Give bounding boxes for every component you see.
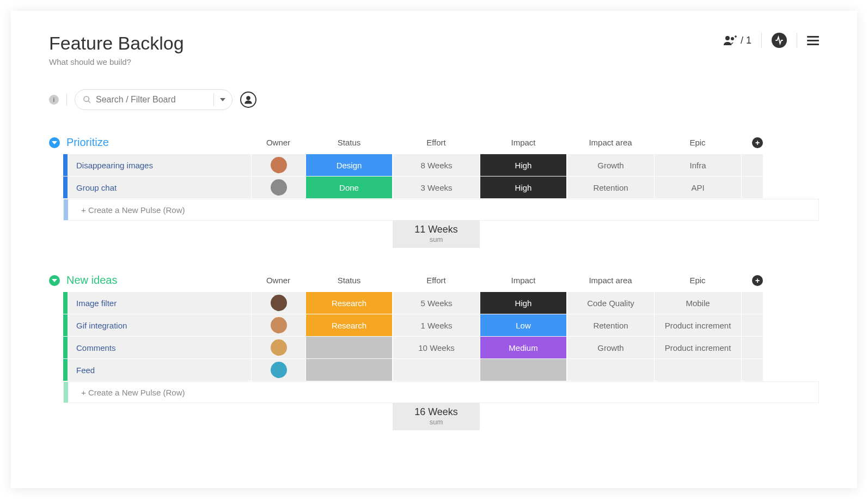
- effort-cell[interactable]: 1 Weeks: [393, 314, 480, 336]
- group-title[interactable]: Prioritize: [63, 136, 251, 149]
- activity-button[interactable]: [772, 33, 787, 48]
- status-cell[interactable]: [306, 337, 392, 358]
- impact-cell[interactable]: Low: [480, 314, 566, 336]
- table-row[interactable]: Comments 10 Weeks Medium Growth Product …: [63, 337, 819, 358]
- column-header: Impact: [480, 276, 567, 285]
- effort-cell[interactable]: 3 Weeks: [393, 177, 480, 198]
- row-stripe: [64, 199, 68, 220]
- table-row[interactable]: Disappearing images Design 8 Weeks High …: [63, 154, 819, 176]
- pulse-name[interactable]: Disappearing images: [68, 154, 251, 176]
- profile-filter-button[interactable]: [240, 92, 256, 108]
- status-cell[interactable]: Research: [306, 314, 392, 336]
- column-header: Status: [305, 276, 393, 285]
- chevron-down-icon: [52, 141, 57, 144]
- people-plus-icon: [723, 35, 737, 46]
- row-tail: [741, 177, 763, 198]
- effort-cell[interactable]: 8 Weeks: [393, 154, 480, 176]
- pulse-name[interactable]: Comments: [68, 337, 251, 358]
- activity-icon: [774, 35, 784, 45]
- column-header: Effort: [393, 276, 480, 285]
- impact-area-cell[interactable]: Code Quality: [567, 292, 654, 314]
- divider: [66, 94, 67, 106]
- group-title[interactable]: New ideas: [63, 274, 251, 287]
- add-column-button[interactable]: +: [752, 137, 763, 148]
- row-stripe: [63, 337, 68, 358]
- effort-cell[interactable]: 5 Weeks: [393, 292, 480, 314]
- pulse-name[interactable]: Group chat: [68, 177, 251, 198]
- new-pulse-row[interactable]: + Create a New Pulse (Row): [63, 381, 819, 403]
- avatar: [271, 179, 287, 196]
- collapse-button[interactable]: [49, 137, 60, 148]
- svg-point-1: [731, 37, 734, 40]
- person-icon: [243, 95, 253, 105]
- people-button[interactable]: / 1: [723, 35, 751, 46]
- new-pulse-row[interactable]: + Create a New Pulse (Row): [63, 199, 819, 221]
- menu-button[interactable]: [807, 36, 819, 45]
- row-stripe: [63, 154, 68, 176]
- status-cell[interactable]: [306, 359, 392, 381]
- summary-label: sum: [393, 235, 480, 244]
- impact-cell[interactable]: High: [480, 292, 566, 314]
- epic-cell[interactable]: Product increment: [654, 337, 741, 358]
- table-row[interactable]: Image filter Research 5 Weeks High Code …: [63, 292, 819, 314]
- summary-value: 11 Weeks: [393, 224, 480, 235]
- impact-area-cell[interactable]: Retention: [567, 314, 654, 336]
- people-count-label: / 1: [741, 35, 751, 46]
- pulse-name[interactable]: Gif integration: [68, 314, 251, 336]
- status-cell[interactable]: Design: [306, 154, 392, 176]
- status-cell[interactable]: Research: [306, 292, 392, 314]
- summary-label: sum: [393, 418, 480, 426]
- effort-cell[interactable]: 10 Weeks: [393, 337, 480, 358]
- divider: [797, 33, 797, 48]
- column-header: Owner: [251, 276, 305, 285]
- impact-area-cell[interactable]: Retention: [567, 177, 654, 198]
- row-tail: [741, 314, 763, 336]
- avatar: [271, 295, 287, 311]
- summary-value: 16 Weeks: [393, 406, 480, 418]
- owner-cell[interactable]: [251, 177, 305, 198]
- impact-area-cell[interactable]: [567, 359, 654, 381]
- search-box[interactable]: [75, 89, 233, 110]
- effort-cell[interactable]: [393, 359, 480, 381]
- owner-cell[interactable]: [251, 359, 305, 381]
- avatar: [271, 339, 287, 356]
- impact-cell[interactable]: [480, 359, 566, 381]
- column-header: Impact area: [567, 276, 654, 285]
- owner-cell[interactable]: [251, 292, 305, 314]
- impact-cell[interactable]: High: [480, 177, 566, 198]
- status-cell[interactable]: Done: [306, 177, 392, 198]
- owner-cell[interactable]: [251, 154, 305, 176]
- search-dropdown[interactable]: [213, 93, 227, 106]
- impact-area-cell[interactable]: Growth: [567, 154, 654, 176]
- add-column-button[interactable]: +: [752, 275, 763, 286]
- chevron-down-icon: [220, 98, 225, 101]
- collapse-button[interactable]: [49, 275, 60, 286]
- owner-cell[interactable]: [251, 314, 305, 336]
- column-header: Impact area: [567, 138, 654, 147]
- new-pulse-label: + Create a New Pulse (Row): [68, 382, 818, 403]
- epic-cell[interactable]: [654, 359, 741, 381]
- pulse-name[interactable]: Image filter: [68, 292, 251, 314]
- row-stripe: [63, 359, 68, 381]
- info-badge[interactable]: i: [49, 95, 59, 105]
- impact-area-cell[interactable]: Growth: [567, 337, 654, 358]
- new-pulse-label: + Create a New Pulse (Row): [68, 199, 818, 220]
- search-input[interactable]: [96, 95, 210, 105]
- avatar: [271, 157, 287, 173]
- table-row[interactable]: Gif integration Research 1 Weeks Low Ret…: [63, 314, 819, 336]
- epic-cell[interactable]: Infra: [654, 154, 741, 176]
- table-row[interactable]: Group chat Done 3 Weeks High Retention A…: [63, 177, 819, 198]
- owner-cell[interactable]: [251, 337, 305, 358]
- row-stripe: [63, 314, 68, 336]
- avatar: [271, 362, 287, 378]
- pulse-name[interactable]: Feed: [68, 359, 251, 381]
- epic-cell[interactable]: API: [654, 177, 741, 198]
- impact-cell[interactable]: Medium: [480, 337, 566, 358]
- epic-cell[interactable]: Product increment: [654, 314, 741, 336]
- row-stripe: [63, 177, 68, 198]
- chevron-down-icon: [52, 279, 57, 282]
- impact-cell[interactable]: High: [480, 154, 566, 176]
- epic-cell[interactable]: Mobile: [654, 292, 741, 314]
- svg-point-0: [725, 36, 730, 40]
- table-row[interactable]: Feed: [63, 359, 819, 381]
